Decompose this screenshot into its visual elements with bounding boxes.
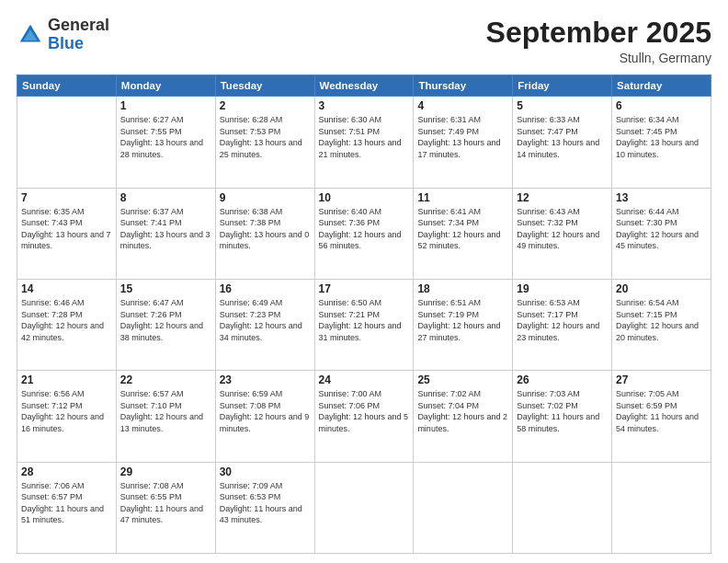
calendar-cell: 25Sunrise: 7:02 AMSunset: 7:04 PMDayligh… [414,371,513,462]
calendar-week-row-5: 28Sunrise: 7:06 AMSunset: 6:57 PMDayligh… [17,462,711,553]
col-friday: Friday [513,75,612,97]
calendar-cell: 30Sunrise: 7:09 AMSunset: 6:53 PMDayligh… [215,462,314,553]
day-info: Sunrise: 6:35 AMSunset: 7:43 PMDaylight:… [21,206,112,252]
day-number: 7 [21,191,112,204]
day-number: 26 [517,373,608,386]
calendar-cell: 23Sunrise: 6:59 AMSunset: 7:08 PMDayligh… [215,371,314,462]
calendar-cell: 4Sunrise: 6:31 AMSunset: 7:49 PMDaylight… [414,97,513,188]
col-sunday: Sunday [17,75,117,97]
day-number: 2 [220,99,311,112]
day-number: 29 [120,465,211,478]
calendar-cell [612,462,711,553]
day-number: 15 [120,282,211,295]
day-number: 30 [220,465,311,478]
calendar-cell: 19Sunrise: 6:53 AMSunset: 7:17 PMDayligh… [513,279,612,370]
calendar-cell: 29Sunrise: 7:08 AMSunset: 6:55 PMDayligh… [116,462,215,553]
day-number: 23 [220,373,311,386]
day-info: Sunrise: 7:00 AMSunset: 7:06 PMDaylight:… [319,388,410,434]
day-number: 19 [517,282,608,295]
calendar-week-row-2: 7Sunrise: 6:35 AMSunset: 7:43 PMDaylight… [17,188,711,279]
calendar-cell: 24Sunrise: 7:00 AMSunset: 7:06 PMDayligh… [314,371,414,462]
col-saturday: Saturday [612,75,711,97]
day-number: 8 [120,191,211,204]
day-info: Sunrise: 6:41 AMSunset: 7:34 PMDaylight:… [417,206,508,252]
day-info: Sunrise: 6:53 AMSunset: 7:17 PMDaylight:… [517,297,608,343]
calendar-cell: 2Sunrise: 6:28 AMSunset: 7:53 PMDaylight… [215,97,314,188]
logo-icon [17,21,44,49]
day-number: 11 [417,191,508,204]
calendar-cell: 11Sunrise: 6:41 AMSunset: 7:34 PMDayligh… [414,188,513,279]
calendar-cell: 5Sunrise: 6:33 AMSunset: 7:47 PMDaylight… [513,97,612,188]
day-number: 18 [417,282,508,295]
calendar-cell: 22Sunrise: 6:57 AMSunset: 7:10 PMDayligh… [116,371,215,462]
day-info: Sunrise: 6:54 AMSunset: 7:15 PMDaylight:… [616,297,707,343]
day-info: Sunrise: 6:49 AMSunset: 7:23 PMDaylight:… [220,297,311,343]
day-info: Sunrise: 6:33 AMSunset: 7:47 PMDaylight:… [517,114,608,160]
calendar-cell: 21Sunrise: 6:56 AMSunset: 7:12 PMDayligh… [17,371,117,462]
logo: General Blue [17,17,109,53]
page: General Blue September 2025 Stulln, Germ… [0,0,728,563]
day-info: Sunrise: 6:59 AMSunset: 7:08 PMDaylight:… [220,388,311,434]
day-info: Sunrise: 7:08 AMSunset: 6:55 PMDaylight:… [120,480,211,526]
day-number: 12 [517,191,608,204]
day-info: Sunrise: 6:51 AMSunset: 7:19 PMDaylight:… [417,297,508,343]
day-number: 3 [319,99,410,112]
calendar-cell: 10Sunrise: 6:40 AMSunset: 7:36 PMDayligh… [314,188,414,279]
calendar-cell: 17Sunrise: 6:50 AMSunset: 7:21 PMDayligh… [314,279,414,370]
calendar-cell: 20Sunrise: 6:54 AMSunset: 7:15 PMDayligh… [612,279,711,370]
day-info: Sunrise: 6:44 AMSunset: 7:30 PMDaylight:… [616,206,707,252]
calendar-cell: 13Sunrise: 6:44 AMSunset: 7:30 PMDayligh… [612,188,711,279]
calendar-cell: 18Sunrise: 6:51 AMSunset: 7:19 PMDayligh… [414,279,513,370]
calendar-week-row-3: 14Sunrise: 6:46 AMSunset: 7:28 PMDayligh… [17,279,711,370]
day-number: 10 [319,191,410,204]
day-number: 22 [120,373,211,386]
day-number: 25 [417,373,508,386]
day-number: 20 [616,282,707,295]
calendar-cell: 3Sunrise: 6:30 AMSunset: 7:51 PMDaylight… [314,97,414,188]
calendar-cell: 1Sunrise: 6:27 AMSunset: 7:55 PMDaylight… [116,97,215,188]
day-info: Sunrise: 6:43 AMSunset: 7:32 PMDaylight:… [517,206,608,252]
calendar-cell: 28Sunrise: 7:06 AMSunset: 6:57 PMDayligh… [17,462,117,553]
day-info: Sunrise: 6:40 AMSunset: 7:36 PMDaylight:… [319,206,410,252]
day-info: Sunrise: 6:34 AMSunset: 7:45 PMDaylight:… [616,114,707,160]
header: General Blue September 2025 Stulln, Germ… [17,17,711,65]
col-thursday: Thursday [414,75,513,97]
day-info: Sunrise: 6:47 AMSunset: 7:26 PMDaylight:… [120,297,211,343]
calendar-cell [17,97,117,188]
calendar-cell: 16Sunrise: 6:49 AMSunset: 7:23 PMDayligh… [215,279,314,370]
calendar-cell: 7Sunrise: 6:35 AMSunset: 7:43 PMDaylight… [17,188,117,279]
calendar-header-row: Sunday Monday Tuesday Wednesday Thursday… [17,75,711,97]
day-number: 13 [616,191,707,204]
day-number: 14 [21,282,112,295]
day-number: 5 [517,99,608,112]
day-info: Sunrise: 6:50 AMSunset: 7:21 PMDaylight:… [319,297,410,343]
day-info: Sunrise: 6:38 AMSunset: 7:38 PMDaylight:… [220,206,311,252]
calendar-week-row-4: 21Sunrise: 6:56 AMSunset: 7:12 PMDayligh… [17,371,711,462]
day-number: 24 [319,373,410,386]
day-info: Sunrise: 6:27 AMSunset: 7:55 PMDaylight:… [120,114,211,160]
day-number: 9 [220,191,311,204]
day-info: Sunrise: 7:05 AMSunset: 6:59 PMDaylight:… [616,388,707,434]
calendar-cell [513,462,612,553]
day-info: Sunrise: 7:06 AMSunset: 6:57 PMDaylight:… [21,480,112,526]
title-block: September 2025 Stulln, Germany [486,17,711,65]
calendar-cell: 15Sunrise: 6:47 AMSunset: 7:26 PMDayligh… [116,279,215,370]
col-tuesday: Tuesday [215,75,314,97]
calendar-cell [314,462,414,553]
calendar-table: Sunday Monday Tuesday Wednesday Thursday… [17,75,711,554]
day-number: 16 [220,282,311,295]
calendar-cell: 14Sunrise: 6:46 AMSunset: 7:28 PMDayligh… [17,279,117,370]
day-number: 4 [417,99,508,112]
calendar-cell: 12Sunrise: 6:43 AMSunset: 7:32 PMDayligh… [513,188,612,279]
day-number: 28 [21,465,112,478]
day-info: Sunrise: 6:46 AMSunset: 7:28 PMDaylight:… [21,297,112,343]
col-wednesday: Wednesday [314,75,414,97]
day-info: Sunrise: 7:09 AMSunset: 6:53 PMDaylight:… [220,480,311,526]
day-number: 21 [21,373,112,386]
day-info: Sunrise: 6:57 AMSunset: 7:10 PMDaylight:… [120,388,211,434]
day-number: 17 [319,282,410,295]
day-info: Sunrise: 6:30 AMSunset: 7:51 PMDaylight:… [319,114,410,160]
calendar-week-row-1: 1Sunrise: 6:27 AMSunset: 7:55 PMDaylight… [17,97,711,188]
day-info: Sunrise: 6:37 AMSunset: 7:41 PMDaylight:… [120,206,211,252]
col-monday: Monday [116,75,215,97]
